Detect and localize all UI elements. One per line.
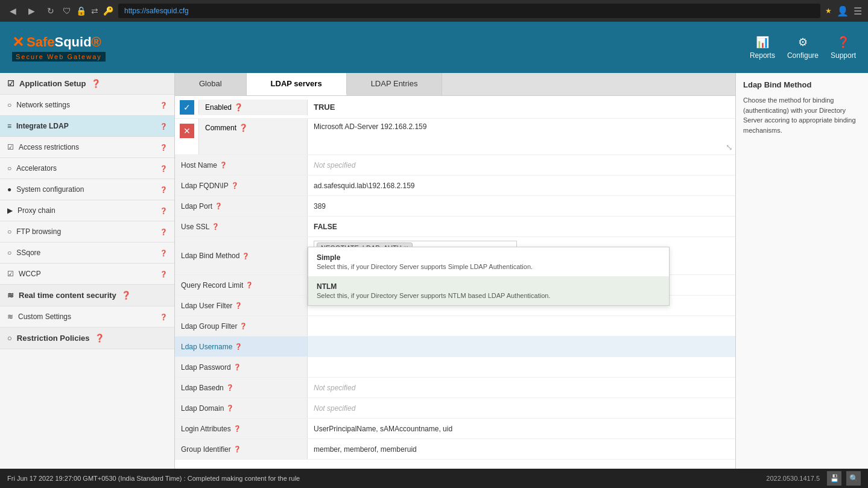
bookmark-star-icon: ★ xyxy=(825,7,832,15)
sidebar-item-network-settings[interactable]: ○ Network settings ❓ xyxy=(0,95,174,116)
comment-check-button[interactable]: ✕ xyxy=(180,124,194,138)
profile-icon: 👤 xyxy=(837,5,849,17)
enabled-help-icon: ❓ xyxy=(234,103,243,112)
sidebar-item-wccp[interactable]: ☑ WCCP ❓ xyxy=(0,264,174,285)
sidebar-item-integrate-ldap[interactable]: ≡ Integrate LDAP ❓ xyxy=(0,116,174,137)
sidebar-item-proxy-chain[interactable]: ▶ Proxy chain ❓ xyxy=(0,200,174,221)
ldap-username-row: Ldap Username ❓ xyxy=(175,337,735,357)
header-nav: 📊 Reports ⚙ Configure ❓ Support xyxy=(750,36,856,60)
ldap-password-row: Ldap Password ❓ xyxy=(175,357,735,378)
system-configuration-icon: ● xyxy=(7,185,11,194)
ldap-password-value[interactable] xyxy=(308,357,735,377)
enabled-check-button[interactable]: ✓ xyxy=(180,100,194,115)
nav-support-label: Support xyxy=(831,51,856,60)
proxy-chain-icon: ▶ xyxy=(7,206,13,215)
ftp-browsing-help-icon: ❓ xyxy=(160,229,167,235)
application-setup-help-icon: ❓ xyxy=(91,79,101,88)
tab-ldap-servers[interactable]: LDAP servers xyxy=(247,73,347,95)
sidebar-item-real-time-content-security[interactable]: ≋ Real time content security ❓ xyxy=(0,285,174,306)
ldap-domain-help-icon: ❓ xyxy=(226,405,233,411)
group-identifier-row: Group Identifier ❓ member, memberof, mem… xyxy=(175,439,735,460)
integrate-ldap-help-icon: ❓ xyxy=(160,123,167,130)
proxy-chain-help-icon: ❓ xyxy=(160,208,167,214)
real-time-icon: ≋ xyxy=(7,291,14,300)
tab-global[interactable]: Global xyxy=(175,73,247,95)
ldap-bind-method-help-icon: ❓ xyxy=(242,253,249,259)
comment-value[interactable]: Microsoft AD-Server 192.168.2.159 ⤡ xyxy=(308,119,735,154)
ldap-fqdn-row: Ldap FQDN\IP ❓ ad.safesquid.lab\192.168.… xyxy=(175,176,735,196)
ldap-user-filter-label: Ldap User Filter ❓ xyxy=(175,296,308,315)
system-configuration-label: System configuration xyxy=(16,185,84,194)
ldap-group-filter-help-icon: ❓ xyxy=(239,323,247,329)
sidebar-item-ssqore[interactable]: ○ SSqore ❓ xyxy=(0,242,174,264)
login-attributes-label: Login Attributes ❓ xyxy=(175,419,308,439)
use-ssl-label: Use SSL ❓ xyxy=(175,217,308,236)
use-ssl-value: FALSE xyxy=(308,217,735,236)
ldap-basedn-label: Ldap Basedn ❓ xyxy=(175,378,308,398)
sidebar-item-custom-settings[interactable]: ≋ Custom Settings ❓ xyxy=(0,306,174,328)
browser-bar: ◀ ▶ ↻ 🛡 🔒 ⇄ 🔑 https://safesquid.cfg ★ 👤 … xyxy=(0,0,868,22)
application-setup-label: Application Setup xyxy=(19,79,86,88)
nav-item-support[interactable]: ❓ Support xyxy=(831,36,856,60)
nav-reports-label: Reports xyxy=(750,51,775,60)
ldap-fqdn-value: ad.safesquid.lab\192.168.2.159 xyxy=(308,176,735,195)
system-configuration-help-icon: ❓ xyxy=(160,186,167,193)
status-bar: Fri Jun 17 2022 19:27:00 GMT+0530 (India… xyxy=(0,469,868,488)
query-record-limit-help-icon: ❓ xyxy=(246,282,253,288)
nav-configure-label: Configure xyxy=(787,51,819,60)
group-identifier-help-icon: ❓ xyxy=(233,446,241,452)
sidebar-item-ftp-browsing[interactable]: ○ FTP browsing ❓ xyxy=(0,221,174,242)
accelerators-label: Accelerators xyxy=(16,164,57,173)
wccp-label: WCCP xyxy=(19,270,41,278)
app-title: SafeSquid® xyxy=(27,34,101,50)
sidebar: ☑ Application Setup ❓ ○ Network settings… xyxy=(0,73,175,469)
enabled-value: TRUE xyxy=(308,99,735,115)
ldap-fqdn-help-icon: ❓ xyxy=(231,182,238,189)
save-icon-button[interactable]: 💾 xyxy=(827,471,841,486)
forward-button[interactable]: ▶ xyxy=(25,5,39,17)
tab-ldap-entries[interactable]: LDAP Entries xyxy=(347,73,443,95)
form-area: ✓ Enabled ❓ TRUE ✕ Comment ❓ xyxy=(175,96,735,469)
wccp-icon: ☑ xyxy=(7,270,14,278)
ldap-port-row: Ldap Port ❓ 389 xyxy=(175,196,735,217)
ldap-bind-method-label: Ldap Bind Method ❓ xyxy=(175,237,308,274)
sidebar-item-restriction-policies[interactable]: ○ Restriction Policies ❓ xyxy=(0,328,174,349)
nav-item-configure[interactable]: ⚙ Configure xyxy=(787,36,819,60)
use-ssl-help-icon: ❓ xyxy=(212,223,219,230)
ldap-username-value[interactable] xyxy=(308,337,735,356)
host-name-row: Host Name ❓ Not specified xyxy=(175,155,735,176)
comment-toggle-area: ✕ xyxy=(175,119,199,154)
ldap-group-filter-value[interactable] xyxy=(308,316,735,336)
ftp-browsing-label: FTP browsing xyxy=(16,227,61,236)
restriction-policies-icon: ○ xyxy=(7,334,12,343)
dropdown-option-simple[interactable]: Simple Select this, if your Directory Se… xyxy=(308,247,669,276)
ldap-user-filter-help-icon: ❓ xyxy=(235,302,242,309)
sidebar-item-system-configuration[interactable]: ● System configuration ❓ xyxy=(0,179,174,200)
ldap-domain-label: Ldap Domain ❓ xyxy=(175,398,308,418)
sidebar-item-application-setup[interactable]: ☑ Application Setup ❓ xyxy=(0,73,174,95)
nav-item-reports[interactable]: 📊 Reports xyxy=(750,36,775,60)
status-message: Fri Jun 17 2022 19:27:00 GMT+0530 (India… xyxy=(7,475,300,482)
resize-icon: ⤡ xyxy=(726,142,733,152)
sidebar-item-access-restrictions[interactable]: ☑ Access restrictions ❓ xyxy=(0,137,174,158)
configure-icon: ⚙ xyxy=(798,36,808,49)
accelerators-help-icon: ❓ xyxy=(160,165,167,172)
main-layout: ☑ Application Setup ❓ ○ Network settings… xyxy=(0,73,868,469)
dropdown-option-ntlm[interactable]: NTLM Select this, if your Directory Serv… xyxy=(308,276,669,305)
access-restrictions-label: Access restrictions xyxy=(19,143,79,151)
refresh-button[interactable]: ↻ xyxy=(43,5,58,17)
right-panel-title: Ldap Bind Method xyxy=(743,80,861,89)
login-attributes-value: UserPrincipalName, sAMAccountname, uid xyxy=(308,419,735,439)
custom-settings-help-icon: ❓ xyxy=(160,314,167,320)
bind-method-dropdown: Simple Select this, if your Directory Se… xyxy=(308,247,670,306)
version-label: 2022.0530.1417.5 xyxy=(766,475,820,482)
search-icon-button[interactable]: 🔍 xyxy=(846,471,861,486)
restriction-policies-label: Restriction Policies xyxy=(17,334,90,343)
back-button[interactable]: ◀ xyxy=(6,5,20,17)
ssqore-icon: ○ xyxy=(7,249,11,257)
host-name-help-icon: ❓ xyxy=(220,162,227,168)
integrate-ldap-label: Integrate LDAP xyxy=(16,122,69,130)
ldap-username-label: Ldap Username ❓ xyxy=(175,337,308,356)
sidebar-item-accelerators[interactable]: ○ Accelerators ❓ xyxy=(0,158,174,179)
url-bar[interactable]: https://safesquid.cfg xyxy=(118,4,820,18)
